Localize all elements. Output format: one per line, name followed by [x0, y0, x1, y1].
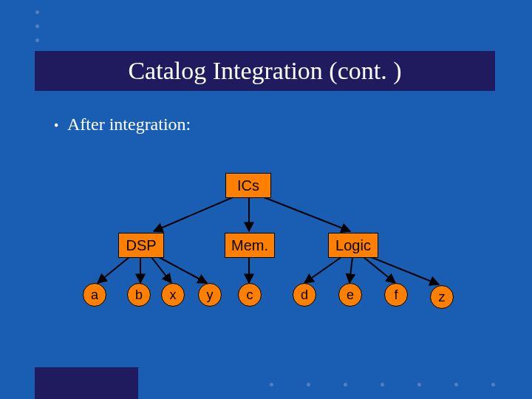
svg-line-10	[364, 257, 395, 283]
node-ics: ICs	[225, 173, 271, 198]
svg-line-0	[154, 196, 236, 231]
leaf-e: e	[338, 283, 362, 307]
node-logic: Logic	[328, 233, 378, 258]
node-mem: Mem.	[225, 233, 275, 258]
svg-line-5	[151, 257, 171, 283]
svg-line-6	[159, 257, 207, 283]
leaf-y: y	[198, 283, 222, 307]
leaf-c: c	[238, 283, 262, 307]
svg-line-3	[98, 257, 129, 283]
leaf-d: d	[293, 283, 316, 307]
svg-line-2	[260, 196, 350, 231]
leaf-a: a	[83, 283, 106, 307]
svg-line-9	[349, 257, 352, 283]
svg-line-8	[304, 257, 341, 283]
leaf-b: b	[127, 283, 151, 307]
leaf-z: z	[430, 285, 454, 309]
leaf-x: x	[161, 283, 185, 307]
node-dsp: DSP	[118, 233, 164, 258]
leaf-f: f	[384, 283, 408, 307]
svg-line-11	[371, 257, 439, 284]
tree-diagram: ICs DSP Mem. Logic a b x y c d e f z	[0, 0, 532, 399]
